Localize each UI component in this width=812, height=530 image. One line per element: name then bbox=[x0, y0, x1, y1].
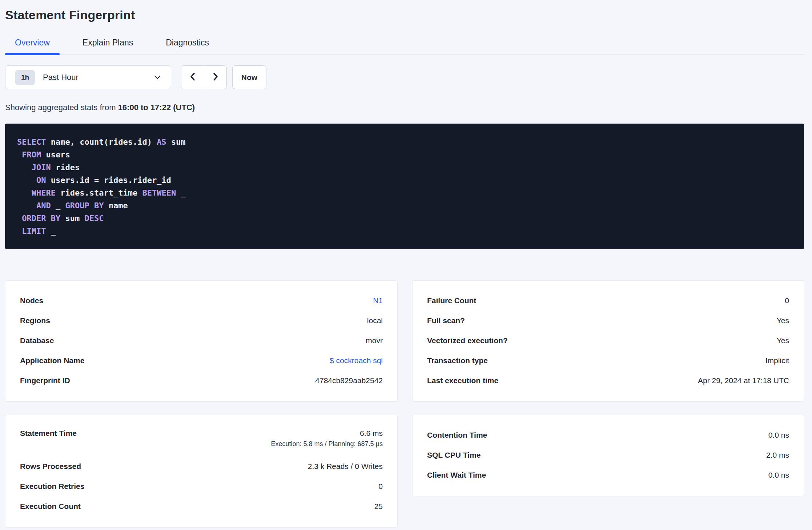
row-value-group: movr bbox=[366, 336, 383, 345]
info-row: Execution Count25 bbox=[20, 496, 383, 516]
tab-overview[interactable]: Overview bbox=[5, 37, 60, 55]
row-value: local bbox=[367, 316, 383, 325]
sql-line: LIMIT _ bbox=[17, 225, 792, 237]
row-value: 25 bbox=[374, 502, 383, 511]
time-range-label: Past Hour bbox=[43, 73, 79, 82]
info-row: Databasemovr bbox=[20, 330, 383, 350]
row-label: Statement Time bbox=[20, 429, 77, 438]
row-value: Implicit bbox=[765, 356, 789, 365]
sql-keyword: SELECT bbox=[17, 137, 46, 146]
sql-text: sum bbox=[60, 214, 84, 223]
sql-statement: SELECT name, count(rides.id) AS sum FROM… bbox=[17, 136, 792, 237]
info-row: NodesN1 bbox=[20, 290, 383, 310]
info-row: Rows Processed2.3 k Reads / 0 Writes bbox=[20, 456, 383, 476]
info-row: Client Wait Time0.0 ns bbox=[427, 465, 789, 485]
chevron-left-icon bbox=[189, 72, 197, 83]
row-label: Last execution time bbox=[427, 376, 498, 385]
stats-caption-prefix: Showing aggregated stats from bbox=[5, 103, 118, 112]
row-label: Transaction type bbox=[427, 356, 488, 365]
row-value: 2.0 ms bbox=[766, 451, 789, 459]
wait-time-card: Contention Time0.0 nsSQL CPU Time2.0 msC… bbox=[412, 415, 804, 496]
sql-text: rides.start_time bbox=[56, 188, 142, 197]
row-value: Yes bbox=[777, 316, 789, 325]
now-button[interactable]: Now bbox=[232, 65, 266, 89]
performance-cards-row: Statement Time6.6 msExecution: 5.8 ms / … bbox=[5, 415, 804, 527]
tab-diagnostics[interactable]: Diagnostics bbox=[156, 37, 219, 55]
sql-keyword: AND bbox=[36, 201, 51, 210]
row-value-group: 0.0 ns bbox=[768, 471, 789, 479]
row-value-group: 25 bbox=[374, 502, 383, 511]
row-label: SQL CPU Time bbox=[427, 451, 481, 459]
app-name-link[interactable]: $ cockroach sql bbox=[330, 356, 383, 365]
statement-details-rows: NodesN1RegionslocalDatabasemovrApplicati… bbox=[20, 290, 383, 390]
info-row: Last execution timeApr 29, 2024 at 17:18… bbox=[427, 370, 789, 390]
tab-explain-plans[interactable]: Explain Plans bbox=[73, 37, 143, 55]
tab-bar: Overview Explain Plans Diagnostics bbox=[5, 37, 804, 55]
sql-keyword: DESC bbox=[84, 214, 104, 223]
execution-attributes-card: Failure Count0Full scan?YesVectorized ex… bbox=[412, 280, 804, 402]
row-value-group: Yes bbox=[777, 336, 789, 345]
sql-keyword: GROUP BY bbox=[65, 201, 104, 210]
next-time-button[interactable] bbox=[204, 66, 226, 89]
nodes-link[interactable]: N1 bbox=[373, 296, 383, 305]
sql-text: name, count(rides.id) bbox=[46, 137, 157, 146]
row-label: Rows Processed bbox=[20, 462, 81, 471]
sql-text: name bbox=[104, 201, 128, 210]
info-row: Execution Retries0 bbox=[20, 476, 383, 496]
sql-text: _ bbox=[46, 226, 56, 236]
sql-keyword: ORDER BY bbox=[22, 214, 60, 223]
sql-text: _ bbox=[51, 201, 65, 210]
info-row: Failure Count0 bbox=[427, 290, 789, 310]
row-value-group: Implicit bbox=[765, 356, 789, 365]
sql-text bbox=[17, 188, 32, 197]
time-nav-group bbox=[181, 65, 227, 89]
row-value: Apr 29, 2024 at 17:18 UTC bbox=[698, 376, 789, 385]
sql-text bbox=[17, 201, 36, 210]
chevron-right-icon bbox=[212, 72, 220, 83]
info-row: Regionslocal bbox=[20, 310, 383, 330]
info-row: Vectorized execution?Yes bbox=[427, 330, 789, 350]
sql-keyword: AS bbox=[157, 137, 166, 146]
row-value: 0.0 ns bbox=[768, 431, 789, 439]
row-label: Client Wait Time bbox=[427, 471, 486, 479]
row-value: 6.6 ms bbox=[360, 429, 383, 438]
aggregated-stats-caption: Showing aggregated stats from 16:00 to 1… bbox=[5, 103, 804, 112]
chevron-down-icon bbox=[153, 75, 161, 82]
row-value-group: 0.0 ns bbox=[768, 431, 789, 439]
row-label: Fingerprint ID bbox=[20, 376, 70, 385]
row-label: Full scan? bbox=[427, 316, 465, 325]
info-row: Transaction typeImplicit bbox=[427, 350, 789, 370]
row-value-detail: Execution: 5.8 ms / Planning: 687.5 µs bbox=[271, 440, 383, 448]
row-label: Vectorized execution? bbox=[427, 336, 508, 345]
sql-keyword: BETWEEN bbox=[142, 188, 176, 197]
sql-line: FROM users bbox=[17, 148, 792, 161]
row-value-group: 4784cb829aab2542 bbox=[315, 376, 383, 385]
row-value: Yes bbox=[777, 336, 789, 345]
sql-text bbox=[17, 176, 36, 185]
page-title: Statement Fingerprint bbox=[5, 8, 804, 22]
statement-fingerprint-page: Statement Fingerprint Overview Explain P… bbox=[0, 0, 812, 527]
row-value-group: local bbox=[367, 316, 383, 325]
time-range-dropdown[interactable]: 1h Past Hour bbox=[5, 65, 171, 89]
previous-time-button[interactable] bbox=[181, 66, 204, 89]
sql-keyword: FROM bbox=[22, 150, 41, 159]
execution-attributes-rows: Failure Count0Full scan?YesVectorized ex… bbox=[427, 290, 789, 390]
sql-text: sum bbox=[166, 137, 186, 146]
sql-line: WHERE rides.start_time BETWEEN _ bbox=[17, 186, 792, 199]
row-value: 0.0 ns bbox=[768, 471, 789, 479]
sql-keyword: ON bbox=[36, 176, 46, 185]
sql-text: _ bbox=[176, 188, 186, 197]
row-label: Failure Count bbox=[427, 296, 476, 305]
wait-time-rows: Contention Time0.0 nsSQL CPU Time2.0 msC… bbox=[427, 425, 789, 485]
sql-line: SELECT name, count(rides.id) AS sum bbox=[17, 136, 792, 148]
row-value: 2.3 k Reads / 0 Writes bbox=[308, 462, 383, 471]
row-label: Regions bbox=[20, 316, 50, 325]
row-label: Database bbox=[20, 336, 54, 345]
info-row: SQL CPU Time2.0 ms bbox=[427, 445, 789, 465]
row-value: 0 bbox=[378, 482, 383, 491]
sql-text: rides bbox=[51, 163, 80, 172]
overview-cards-row: NodesN1RegionslocalDatabasemovrApplicati… bbox=[5, 280, 804, 402]
info-row: Fingerprint ID4784cb829aab2542 bbox=[20, 370, 383, 390]
row-label: Contention Time bbox=[427, 431, 487, 439]
row-value: 0 bbox=[785, 296, 789, 305]
